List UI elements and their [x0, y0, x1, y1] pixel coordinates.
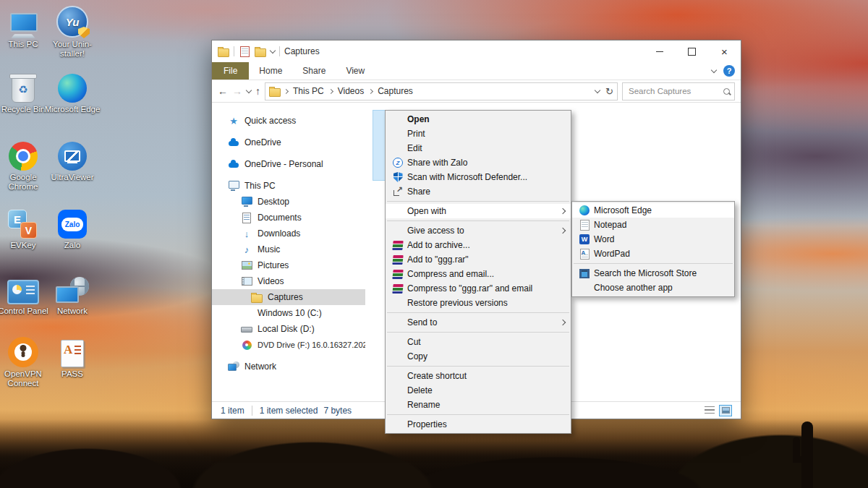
tab-view[interactable]: View — [336, 62, 375, 80]
sidebar-item-documents[interactable]: Documents — [212, 210, 365, 226]
menu-item-restore-previous-versions[interactable]: Restore previous versions — [386, 296, 571, 310]
sidebar-item-onedrive-personal[interactable]: OneDrive - Personal — [212, 156, 365, 172]
title-bar[interactable]: Captures × — [212, 40, 741, 62]
sidebar-item-captures[interactable]: Captures — [212, 289, 365, 305]
sidebar-item-label: Videos — [258, 276, 284, 286]
desktop-icon-network[interactable]: Network — [44, 273, 101, 316]
menu-item-label: WordPad — [594, 249, 728, 259]
menu-item-scan-with-defender[interactable]: Scan with Microsoft Defender... — [386, 170, 571, 184]
forward-button[interactable]: → — [232, 86, 242, 96]
menu-item-add-to-archive[interactable]: Add to archive... — [386, 238, 571, 252]
sidebar-item-downloads[interactable]: Downloads — [212, 226, 365, 241]
menu-item-open[interactable]: Open — [386, 112, 571, 127]
sidebar-item-videos[interactable]: Videos — [212, 273, 365, 289]
sidebar-item-onedrive[interactable]: OneDrive — [212, 134, 365, 150]
desktop-icon-edge[interactable]: Microsoft Edge — [44, 71, 101, 114]
close-button[interactable]: × — [708, 40, 741, 62]
desktop-icon-label: Microsoft Edge — [44, 105, 101, 114]
context-menu: Open Print Edit Share with Zalo Scan wit… — [385, 110, 571, 434]
toolbar-divider — [279, 46, 280, 56]
sidebar-item-music[interactable]: Music — [212, 241, 365, 257]
menu-item-cut[interactable]: Cut — [386, 335, 571, 349]
menu-item-open-with[interactable]: Open with — [386, 204, 571, 218]
sidebar-item-pictures[interactable]: Pictures — [212, 257, 365, 273]
menu-item-rename[interactable]: Rename — [386, 398, 571, 412]
item-count: 1 item — [221, 406, 244, 416]
help-icon[interactable] — [723, 65, 735, 77]
submenu-item-choose-another-app[interactable]: Choose another app — [572, 281, 734, 295]
recent-locations-icon[interactable] — [246, 87, 252, 93]
desktop-icon-zalo[interactable]: Zalo — [44, 207, 101, 250]
desktop: This PC Your Unin-staller! Recycle Bin M… — [0, 0, 868, 488]
menu-item-delete[interactable]: Delete — [386, 383, 571, 398]
search-input[interactable] — [627, 86, 720, 96]
menu-item-send-to[interactable]: Send to — [386, 315, 571, 330]
details-view-icon[interactable] — [705, 406, 715, 415]
menu-separator — [387, 221, 569, 221]
collapse-ribbon-icon[interactable] — [711, 67, 717, 73]
menu-item-label: Microsoft Edge — [594, 205, 728, 215]
menu-item-edit[interactable]: Edit — [386, 141, 571, 155]
wordpad-icon — [580, 249, 590, 260]
menu-item-copy[interactable]: Copy — [386, 349, 571, 364]
address-bar[interactable]: This PC Videos Captures ↻ — [265, 82, 618, 100]
sidebar-item-network[interactable]: Network — [212, 359, 365, 374]
folder-icon[interactable] — [218, 48, 229, 57]
breadcrumb-separator — [284, 88, 289, 93]
properties-icon[interactable] — [240, 46, 250, 57]
submenu-item-notepad[interactable]: Notepad — [572, 218, 734, 232]
back-button[interactable]: ← — [218, 86, 228, 96]
menu-item-share-with-zalo[interactable]: Share with Zalo — [386, 155, 571, 170]
menu-separator — [574, 263, 733, 264]
sidebar-item-local-disk-d[interactable]: Local Disk (D:) — [212, 321, 365, 337]
zalo-icon — [393, 158, 403, 168]
quick-access-toolbar — [218, 46, 280, 57]
large-icons-view-icon[interactable] — [719, 405, 732, 416]
sidebar-item-dvd-drive-f[interactable]: DVD Drive (F:) 16.0.16327.20264 — [212, 337, 365, 353]
menu-item-properties[interactable]: Properties — [386, 417, 571, 432]
new-folder-icon[interactable] — [255, 48, 266, 57]
address-dropdown-icon[interactable] — [595, 87, 600, 93]
search-icon[interactable] — [723, 88, 730, 95]
desktop-icon-label: Zalo — [44, 241, 101, 250]
submenu-item-word[interactable]: Word — [572, 232, 734, 247]
menu-item-give-access-to[interactable]: Give access to — [386, 223, 571, 238]
close-icon: × — [721, 46, 728, 57]
desktop-icon-pass[interactable]: PASS — [44, 335, 101, 379]
menu-item-print[interactable]: Print — [386, 127, 571, 141]
tab-share[interactable]: Share — [292, 62, 336, 80]
menu-item-compress-to-ggg-rar-and-email[interactable]: Compress to "ggg.rar" and email — [386, 281, 571, 296]
menu-item-label: Give access to — [407, 226, 561, 236]
menu-separator — [387, 332, 569, 333]
word-icon — [579, 234, 590, 244]
submenu-item-wordpad[interactable]: WordPad — [572, 247, 734, 261]
tab-file[interactable]: File — [212, 62, 249, 80]
maximize-button[interactable] — [676, 40, 708, 62]
breadcrumb-videos[interactable]: Videos — [336, 86, 365, 96]
sidebar-item-quick-access[interactable]: Quick access — [212, 113, 365, 129]
submenu-arrow-icon — [560, 320, 566, 325]
onedrive-cloud-icon — [228, 158, 239, 170]
minimize-button[interactable] — [643, 40, 676, 62]
up-button[interactable]: ↑ — [255, 86, 260, 96]
desktop-icon-uninstaller[interactable]: Your Unin-staller! — [44, 6, 101, 59]
submenu-item-microsoft-edge[interactable]: Microsoft Edge — [572, 203, 734, 218]
breadcrumb-captures[interactable]: Captures — [376, 86, 414, 96]
sidebar-item-windows-c-drive[interactable]: Windows 10 (C:) — [212, 305, 365, 321]
sidebar-item-this-pc[interactable]: This PC — [212, 178, 365, 194]
menu-item-compress-and-email[interactable]: Compress and email... — [386, 267, 571, 281]
sidebar-item-desktop[interactable]: Desktop — [212, 194, 365, 210]
search-box[interactable] — [622, 82, 735, 100]
sidebar-item-label: OneDrive — [244, 137, 281, 147]
breadcrumb-this-pc[interactable]: This PC — [292, 86, 326, 96]
menu-item-add-to-ggg-rar[interactable]: Add to "ggg.rar" — [386, 252, 571, 267]
menu-item-share[interactable]: Share — [386, 184, 571, 199]
notepad-icon — [580, 220, 590, 231]
customize-toolbar-icon[interactable] — [270, 48, 276, 53]
desktop-icon-ultraviewer[interactable]: UltraViewer — [44, 139, 101, 182]
tab-home[interactable]: Home — [249, 62, 292, 80]
winrar-icon — [392, 284, 403, 294]
refresh-icon[interactable]: ↻ — [605, 86, 613, 97]
menu-item-create-shortcut[interactable]: Create shortcut — [386, 369, 571, 383]
submenu-item-search-microsoft-store[interactable]: Search the Microsoft Store — [572, 266, 734, 281]
